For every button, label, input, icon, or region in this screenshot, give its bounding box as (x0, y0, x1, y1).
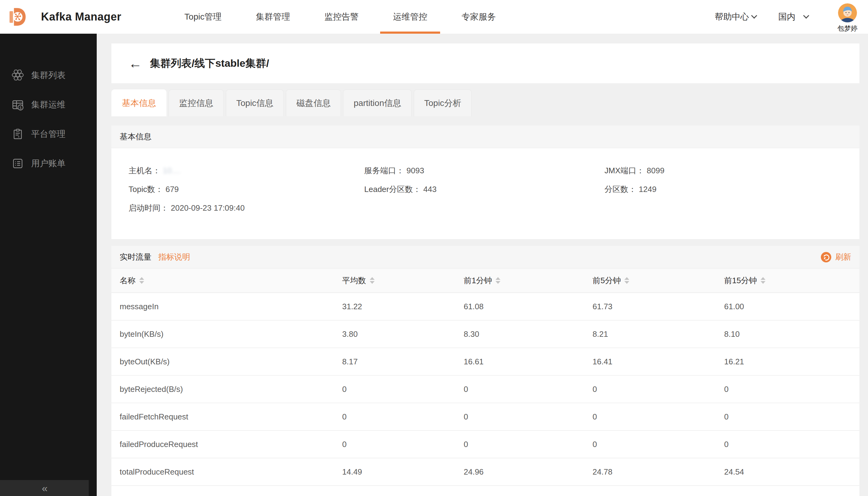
refresh-icon (821, 252, 831, 262)
field-leader-partition-count: Leader分区数： 443 (364, 184, 604, 195)
honeycomb-icon (12, 69, 24, 81)
sort-icon[interactable] (495, 277, 501, 284)
table-row: byteOut(KB/s) 8.17 16.61 16.41 16.21 (111, 348, 859, 376)
tab-basic-info[interactable]: 基本信息 (111, 89, 167, 117)
nav-item-ops-control[interactable]: 运维管控 (376, 0, 444, 34)
sidebar-item-cluster-list[interactable]: 集群列表 (0, 61, 97, 90)
column-header-name[interactable]: 名称 (120, 275, 342, 286)
chevron-down-icon (803, 13, 809, 19)
clipboard-icon (12, 128, 24, 140)
breadcrumb-bar: ← 集群列表/线下stable集群/ (111, 44, 859, 83)
svg-text:$: $ (19, 106, 22, 110)
table-row: totalProduceRequest 14.49 24.96 24.78 24… (111, 458, 859, 486)
breadcrumb: 集群列表/线下stable集群/ (150, 56, 269, 71)
nav-item-cluster-management[interactable]: 集群管理 (239, 0, 307, 34)
tab-topic-info[interactable]: Topic信息 (226, 89, 284, 117)
basic-info-card-title: 基本信息 (111, 125, 859, 148)
user-name: 包梦婷 (837, 24, 857, 33)
sidebar-item-platform-management[interactable]: 平台管理 (0, 120, 97, 149)
basic-info-card: 基本信息 主机名： 10.... Topic数： 679 启动时间： 2020-… (111, 125, 859, 239)
field-topic-count: Topic数： 679 (128, 184, 364, 195)
field-service-port: 服务端口： 9093 (364, 165, 604, 176)
tab-disk-info[interactable]: 磁盘信息 (286, 89, 341, 117)
field-hostname: 主机名： 10.... (128, 165, 364, 176)
table-row: failedFetchRequest 0 0 0 0 (111, 403, 859, 431)
field-partition-count: 分区数： 1249 (604, 184, 859, 195)
tab-monitor-info[interactable]: 监控信息 (169, 89, 224, 117)
tab-topic-analysis[interactable]: Topic分析 (414, 89, 472, 117)
help-center-menu[interactable]: 帮助中心 (715, 11, 756, 23)
field-start-time: 启动时间： 2020-09-23 17:09:40 (128, 203, 364, 213)
table-row: messageIn 31.22 61.08 61.73 61.00 (111, 293, 859, 321)
ops-billing-icon: $ (12, 98, 24, 111)
sidebar-item-user-billing[interactable]: 用户账单 (0, 149, 97, 178)
metric-description-link[interactable]: 指标说明 (158, 252, 190, 262)
nav-item-expert-service[interactable]: 专家服务 (444, 0, 513, 34)
avatar[interactable] (838, 3, 857, 22)
user-profile[interactable]: 包梦婷 (837, 1, 857, 33)
table-row: byteRejected(B/s) 0 0 0 0 (111, 376, 859, 403)
sort-icon[interactable] (370, 277, 375, 284)
tab-partition-info[interactable]: partition信息 (343, 89, 412, 117)
region-selector[interactable]: 国内 (778, 11, 808, 23)
header-right: 帮助中心 国内 包梦婷 (715, 1, 868, 33)
realtime-traffic-title: 实时流量 (120, 252, 152, 262)
column-header-last-15min[interactable]: 前15分钟 (724, 275, 859, 286)
top-nav: Topic管理 集群管理 监控告警 运维管控 专家服务 (168, 0, 513, 34)
app-logo-icon[interactable] (8, 7, 28, 27)
nav-item-monitor-alert[interactable]: 监控告警 (307, 0, 376, 34)
sidebar: 集群列表 $ 集群运维 平台管理 用户账单 (0, 34, 97, 496)
column-header-average[interactable]: 平均数 (342, 275, 464, 286)
table-row: totalFetchRequest 13308.80 21399.05 2140… (111, 486, 859, 496)
back-arrow-icon[interactable]: ← (128, 57, 142, 70)
column-header-last-5min[interactable]: 前5分钟 (593, 275, 724, 286)
top-header: Kafka Manager Topic管理 集群管理 监控告警 运维管控 专家服… (0, 0, 868, 34)
app-title: Kafka Manager (41, 11, 122, 23)
column-header-last-1min[interactable]: 前1分钟 (464, 275, 593, 286)
sidebar-collapse-button[interactable]: « (0, 480, 89, 496)
chevron-down-icon (751, 13, 757, 19)
host-name-value-redacted: 10.... (163, 166, 180, 175)
collapse-icon: « (42, 482, 47, 494)
field-jmx-port: JMX端口： 8099 (604, 165, 859, 176)
detail-tabs: 基本信息 监控信息 Topic信息 磁盘信息 partition信息 Topic… (111, 89, 859, 117)
list-icon (12, 157, 24, 170)
table-header-row: 名称 平均数 前1分钟 前5分钟 前15分钟 (111, 268, 859, 293)
realtime-traffic-card: 实时流量 指标说明 刷新 名称 平均数 前1分钟 前5分钟 (111, 246, 859, 496)
table-row: failedProduceRequest 0 0 0 0 (111, 431, 859, 458)
sort-icon[interactable] (761, 277, 766, 284)
table-row: byteIn(KB/s) 3.80 8.30 8.21 8.10 (111, 321, 859, 348)
main-content: ← 集群列表/线下stable集群/ 基本信息 监控信息 Topic信息 磁盘信… (97, 34, 868, 496)
sort-icon[interactable] (625, 277, 629, 284)
sidebar-item-cluster-ops[interactable]: $ 集群运维 (0, 90, 97, 120)
refresh-button[interactable]: 刷新 (821, 252, 851, 262)
nav-item-topic-management[interactable]: Topic管理 (168, 0, 239, 34)
sort-icon[interactable] (139, 277, 144, 284)
